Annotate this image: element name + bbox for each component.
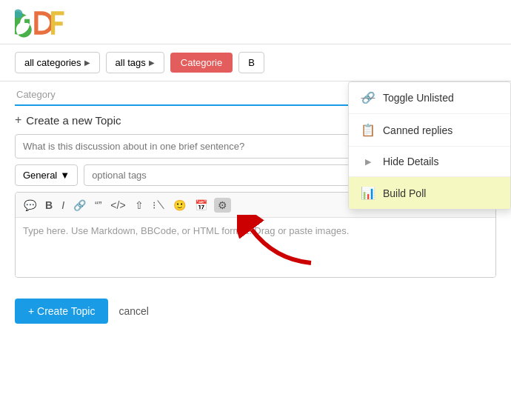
code-icon[interactable]: </> bbox=[108, 198, 127, 213]
b-button-label: B bbox=[248, 57, 255, 68]
dropdown-item-toggle-unlisted[interactable]: 🔗 Toggle Unlisted bbox=[349, 82, 510, 114]
toggle-unlisted-label: Toggle Unlisted bbox=[383, 92, 454, 104]
editor-body[interactable]: Type here. Use Markdown, BBCode, or HTML… bbox=[16, 218, 495, 277]
logo bbox=[15, 6, 67, 39]
dropdown-menu: 🔗 Toggle Unlisted 📋 Canned replies ▶ Hid… bbox=[348, 81, 511, 210]
all-tags-button[interactable]: all tags ▶ bbox=[106, 52, 164, 73]
emoji-icon[interactable]: 🙂 bbox=[171, 198, 188, 213]
bullet-list-icon[interactable]: ⁝ bbox=[150, 198, 158, 213]
numbered-list-icon[interactable]: ⃥ bbox=[162, 197, 167, 213]
b-button[interactable]: B bbox=[238, 52, 264, 73]
build-poll-icon: 📊 bbox=[361, 186, 375, 200]
date-icon[interactable]: 📅 bbox=[193, 198, 210, 213]
create-topic-button[interactable]: + Create Topic bbox=[15, 299, 108, 324]
plus-icon: + bbox=[15, 113, 21, 127]
blockquote-icon[interactable]: “” bbox=[93, 198, 104, 213]
all-categories-label: all categories bbox=[24, 57, 81, 68]
canned-replies-icon: 📋 bbox=[361, 123, 375, 137]
all-categories-button[interactable]: all categories ▶ bbox=[15, 52, 100, 73]
canned-replies-label: Canned replies bbox=[383, 124, 452, 136]
create-topic-button-label: + Create Topic bbox=[28, 305, 95, 317]
dropdown-item-canned-replies[interactable]: 📋 Canned replies bbox=[349, 114, 510, 147]
select-arrow-icon: ▼ bbox=[60, 170, 70, 181]
dropdown-item-build-poll[interactable]: 📊 Build Poll bbox=[349, 177, 510, 209]
tags-arrow-icon: ▶ bbox=[149, 59, 155, 67]
link-icon[interactable]: 🔗 bbox=[71, 198, 88, 213]
speech-bubble-icon[interactable]: 💬 bbox=[21, 198, 39, 213]
category-select-label: General bbox=[23, 170, 57, 181]
italic-icon[interactable]: I bbox=[59, 198, 67, 213]
categories-arrow-icon: ▶ bbox=[84, 59, 90, 67]
build-poll-label: Build Poll bbox=[383, 187, 426, 199]
create-topic-label: Create a new Topic bbox=[26, 114, 121, 127]
gear-icon[interactable]: ⚙ bbox=[214, 198, 231, 213]
toolbar-row: all categories ▶ all tags ▶ Categorie B bbox=[0, 44, 511, 81]
dropdown-item-hide-details[interactable]: ▶ Hide Details bbox=[349, 147, 510, 177]
toggle-unlisted-icon: 🔗 bbox=[361, 91, 375, 104]
all-tags-label: all tags bbox=[116, 57, 146, 68]
bold-icon[interactable]: B bbox=[43, 198, 55, 213]
categories-button-label: Categorie bbox=[181, 57, 222, 68]
categories-button[interactable]: Categorie bbox=[170, 53, 233, 73]
hide-details-icon: ▶ bbox=[361, 157, 375, 167]
header bbox=[0, 0, 511, 44]
hide-details-label: Hide Details bbox=[383, 156, 438, 167]
cancel-button[interactable]: cancel bbox=[118, 305, 148, 317]
category-select[interactable]: General ▼ bbox=[15, 164, 78, 186]
upload-icon[interactable]: ⇧ bbox=[133, 198, 146, 213]
bottom-row: + Create Topic cancel bbox=[0, 291, 511, 331]
